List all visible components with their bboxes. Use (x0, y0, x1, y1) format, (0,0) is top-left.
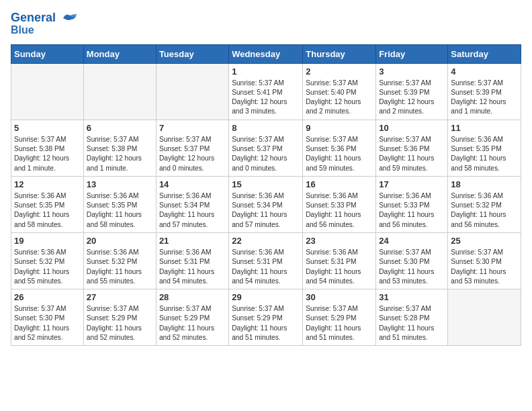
calendar-cell: 18Sunrise: 5:36 AM Sunset: 5:32 PM Dayli… (448, 176, 521, 232)
weekday-header-monday: Monday (83, 44, 156, 63)
calendar-cell: 15Sunrise: 5:36 AM Sunset: 5:34 PM Dayli… (229, 176, 303, 232)
calendar-cell (11, 63, 84, 120)
calendar-cell: 8Sunrise: 5:37 AM Sunset: 5:37 PM Daylig… (229, 120, 303, 176)
day-info: Sunrise: 5:37 AM Sunset: 5:30 PM Dayligh… (451, 248, 518, 286)
day-number: 11 (451, 123, 518, 133)
day-number: 27 (87, 292, 153, 302)
day-number: 23 (306, 236, 373, 246)
day-number: 6 (87, 123, 153, 133)
day-info: Sunrise: 5:37 AM Sunset: 5:29 PM Dayligh… (232, 304, 300, 342)
calendar-cell: 17Sunrise: 5:36 AM Sunset: 5:33 PM Dayli… (376, 176, 448, 232)
day-info: Sunrise: 5:36 AM Sunset: 5:33 PM Dayligh… (306, 191, 373, 230)
calendar-cell: 7Sunrise: 5:37 AM Sunset: 5:37 PM Daylig… (156, 120, 228, 176)
calendar-cell (448, 289, 521, 346)
day-info: Sunrise: 5:37 AM Sunset: 5:28 PM Dayligh… (379, 304, 445, 342)
calendar-cell: 13Sunrise: 5:36 AM Sunset: 5:35 PM Dayli… (83, 176, 156, 232)
day-number: 15 (232, 179, 300, 189)
day-number: 26 (14, 292, 81, 302)
calendar-cell: 9Sunrise: 5:37 AM Sunset: 5:36 PM Daylig… (303, 120, 376, 176)
calendar-cell: 16Sunrise: 5:36 AM Sunset: 5:33 PM Dayli… (303, 176, 376, 232)
day-info: Sunrise: 5:37 AM Sunset: 5:30 PM Dayligh… (14, 304, 81, 342)
logo-bird-icon (60, 11, 79, 25)
logo-text: General (11, 11, 79, 26)
day-info: Sunrise: 5:37 AM Sunset: 5:29 PM Dayligh… (159, 304, 226, 342)
page-header: General Blue (11, 11, 521, 36)
day-number: 12 (14, 179, 81, 189)
day-info: Sunrise: 5:36 AM Sunset: 5:31 PM Dayligh… (159, 248, 226, 286)
day-info: Sunrise: 5:36 AM Sunset: 5:31 PM Dayligh… (306, 248, 373, 286)
day-number: 8 (232, 123, 300, 133)
calendar-cell: 19Sunrise: 5:36 AM Sunset: 5:32 PM Dayli… (11, 232, 84, 289)
day-info: Sunrise: 5:36 AM Sunset: 5:35 PM Dayligh… (87, 191, 153, 230)
day-info: Sunrise: 5:36 AM Sunset: 5:35 PM Dayligh… (14, 191, 81, 230)
calendar-cell: 3Sunrise: 5:37 AM Sunset: 5:39 PM Daylig… (376, 63, 448, 120)
day-info: Sunrise: 5:37 AM Sunset: 5:29 PM Dayligh… (306, 304, 373, 342)
day-info: Sunrise: 5:37 AM Sunset: 5:37 PM Dayligh… (159, 135, 226, 173)
day-number: 19 (14, 236, 81, 246)
day-number: 25 (451, 236, 518, 246)
day-number: 21 (159, 236, 226, 246)
calendar-week-5: 26Sunrise: 5:37 AM Sunset: 5:30 PM Dayli… (11, 289, 521, 346)
calendar-cell: 26Sunrise: 5:37 AM Sunset: 5:30 PM Dayli… (11, 289, 84, 346)
calendar-cell: 22Sunrise: 5:36 AM Sunset: 5:31 PM Dayli… (229, 232, 303, 289)
calendar-cell: 25Sunrise: 5:37 AM Sunset: 5:30 PM Dayli… (448, 232, 521, 289)
weekday-header-thursday: Thursday (303, 44, 376, 63)
calendar-cell: 29Sunrise: 5:37 AM Sunset: 5:29 PM Dayli… (229, 289, 303, 346)
weekday-header-wednesday: Wednesday (229, 44, 303, 63)
calendar-cell (83, 63, 156, 120)
day-info: Sunrise: 5:36 AM Sunset: 5:31 PM Dayligh… (232, 248, 300, 286)
calendar-cell: 30Sunrise: 5:37 AM Sunset: 5:29 PM Dayli… (303, 289, 376, 346)
day-number: 9 (306, 123, 373, 133)
day-number: 30 (306, 292, 373, 302)
day-number: 31 (379, 292, 445, 302)
calendar-cell: 1Sunrise: 5:37 AM Sunset: 5:41 PM Daylig… (229, 63, 303, 120)
day-info: Sunrise: 5:36 AM Sunset: 5:32 PM Dayligh… (451, 191, 518, 230)
day-info: Sunrise: 5:37 AM Sunset: 5:41 PM Dayligh… (232, 79, 300, 117)
day-info: Sunrise: 5:36 AM Sunset: 5:35 PM Dayligh… (451, 135, 518, 173)
day-number: 14 (159, 179, 226, 189)
day-info: Sunrise: 5:37 AM Sunset: 5:38 PM Dayligh… (87, 135, 153, 173)
day-number: 7 (159, 123, 226, 133)
day-number: 3 (379, 66, 445, 77)
calendar-cell: 28Sunrise: 5:37 AM Sunset: 5:29 PM Dayli… (156, 289, 228, 346)
calendar-cell: 4Sunrise: 5:37 AM Sunset: 5:39 PM Daylig… (448, 63, 521, 120)
calendar-cell (156, 63, 228, 120)
day-number: 20 (87, 236, 153, 246)
day-number: 10 (379, 123, 445, 133)
calendar-week-4: 19Sunrise: 5:36 AM Sunset: 5:32 PM Dayli… (11, 232, 521, 289)
calendar-cell: 10Sunrise: 5:37 AM Sunset: 5:36 PM Dayli… (376, 120, 448, 176)
day-number: 5 (14, 123, 81, 133)
weekday-header-friday: Friday (376, 44, 448, 63)
day-info: Sunrise: 5:37 AM Sunset: 5:30 PM Dayligh… (379, 248, 445, 286)
day-number: 24 (379, 236, 445, 246)
day-info: Sunrise: 5:36 AM Sunset: 5:34 PM Dayligh… (159, 191, 226, 230)
calendar-cell: 6Sunrise: 5:37 AM Sunset: 5:38 PM Daylig… (83, 120, 156, 176)
day-info: Sunrise: 5:37 AM Sunset: 5:36 PM Dayligh… (379, 135, 445, 173)
day-number: 16 (306, 179, 373, 189)
calendar-cell: 11Sunrise: 5:36 AM Sunset: 5:35 PM Dayli… (448, 120, 521, 176)
day-info: Sunrise: 5:37 AM Sunset: 5:40 PM Dayligh… (306, 79, 373, 117)
day-number: 29 (232, 292, 300, 302)
day-info: Sunrise: 5:37 AM Sunset: 5:39 PM Dayligh… (451, 79, 518, 117)
day-info: Sunrise: 5:37 AM Sunset: 5:39 PM Dayligh… (379, 79, 445, 117)
calendar-week-1: 1Sunrise: 5:37 AM Sunset: 5:41 PM Daylig… (11, 63, 521, 120)
day-number: 4 (451, 66, 518, 77)
calendar-cell: 5Sunrise: 5:37 AM Sunset: 5:38 PM Daylig… (11, 120, 84, 176)
weekday-header-tuesday: Tuesday (156, 44, 228, 63)
calendar-table: SundayMondayTuesdayWednesdayThursdayFrid… (11, 44, 521, 347)
calendar-week-3: 12Sunrise: 5:36 AM Sunset: 5:35 PM Dayli… (11, 176, 521, 232)
calendar-week-2: 5Sunrise: 5:37 AM Sunset: 5:38 PM Daylig… (11, 120, 521, 176)
calendar-cell: 31Sunrise: 5:37 AM Sunset: 5:28 PM Dayli… (376, 289, 448, 346)
weekday-header-saturday: Saturday (448, 44, 521, 63)
day-info: Sunrise: 5:36 AM Sunset: 5:33 PM Dayligh… (379, 191, 445, 230)
day-info: Sunrise: 5:37 AM Sunset: 5:29 PM Dayligh… (87, 304, 153, 342)
day-number: 28 (159, 292, 226, 302)
day-number: 13 (87, 179, 153, 189)
calendar-cell: 21Sunrise: 5:36 AM Sunset: 5:31 PM Dayli… (156, 232, 228, 289)
logo: General Blue (11, 11, 79, 36)
day-number: 2 (306, 66, 373, 77)
day-info: Sunrise: 5:36 AM Sunset: 5:34 PM Dayligh… (232, 191, 300, 230)
day-info: Sunrise: 5:36 AM Sunset: 5:32 PM Dayligh… (14, 248, 81, 286)
calendar-cell: 12Sunrise: 5:36 AM Sunset: 5:35 PM Dayli… (11, 176, 84, 232)
weekday-header-row: SundayMondayTuesdayWednesdayThursdayFrid… (11, 44, 521, 63)
